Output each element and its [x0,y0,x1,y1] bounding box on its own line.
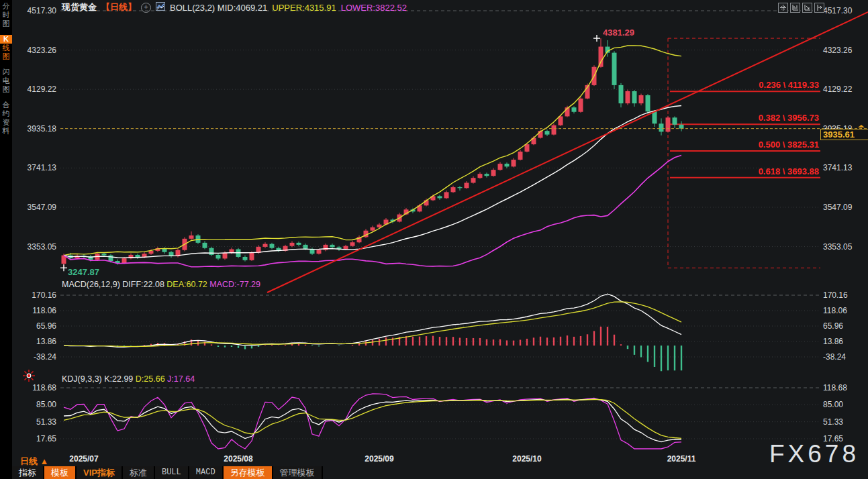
pane-right-icon[interactable] [814,3,824,13]
period-tag: 【日线】 [101,1,136,13]
footer-tab-5[interactable]: BULL [155,466,189,479]
sidebar-tab-1[interactable]: 分时图 [0,0,12,28]
watermark: FX678 [769,440,859,468]
macd-dea-value: DEA:60.72 [166,280,207,289]
price-axis-label-right: 3741.13 [823,163,852,172]
footer-tab-4[interactable]: 标准 [123,466,155,479]
macd-axis-label-right: -38.24 [823,352,846,362]
live-burst-icon [23,370,35,384]
last-price-box: 3935.61 [820,129,868,140]
axis-right-icon[interactable] [802,3,812,13]
footer-tab-3[interactable]: VIP指标 [77,466,123,479]
price-axis-label-right: 4517.30 [823,6,852,15]
left-sidebar: 分时图K线图闪电图合约资料 [0,0,12,479]
fib-level-label: 0.618 \ 3693.88 [669,166,819,176]
sidebar-tab-char: 电 [0,76,12,85]
sidebar-tab-char: 图 [0,85,12,94]
chart-window-controls [778,3,824,13]
sidebar-tab-char: 合 [0,101,12,109]
sidebar-tab-char: 时 [0,11,12,19]
macd-axis-label-right: 170.16 [823,290,848,300]
low-price-label: 3247.87 [68,267,99,277]
footer-tab-1[interactable]: 指标 [12,466,44,479]
sidebar-tab-char: K [0,35,12,44]
sidebar-tab-2[interactable]: K线图 [0,35,12,61]
macd-title: MACD(26,12,9) [62,280,120,289]
macd-axis-label-right: 65.96 [823,321,843,331]
macd-bar-value: MACD:-77.29 [209,280,260,289]
footer-tab-7[interactable]: 另存模板 [224,466,273,479]
kdj-panel-header: KDJ(9,3,3) K:22.99 D:25.66 J:17.64 [62,374,195,384]
trading-app-window: 分时图K线图闪电图合约资料 现货黄金 【日线】 + BOLL(23,2) MID… [0,0,868,479]
x-axis-month-label: 2025/09 [356,454,403,464]
macd-diff-value: DIFF:22.08 [122,280,164,289]
sidebar-tab-char: 资 [0,118,12,127]
kdj-axis-label-right: 51.33 [823,417,843,427]
high-price-label: 4381.29 [603,28,634,38]
kdj-d-value: D:25.66 [136,374,165,384]
footer-tab-8[interactable]: 管理模板 [273,466,323,479]
price-axis-label-right: 4323.26 [823,46,852,55]
sidebar-tab-3[interactable]: 闪电图 [0,68,12,94]
boll-lower-value: LOWER:3822.52 [341,3,407,13]
chart-style-icon[interactable] [156,2,165,13]
x-axis-month-label: 2025/11 [658,454,705,464]
sidebar-tab-char: 料 [0,127,12,136]
footer-tab-2[interactable]: 模板 [44,466,77,479]
macd-axis-label-right: 118.06 [823,306,847,315]
fib-level-label: 0.236 \ 4119.33 [669,80,819,90]
chart-canvas[interactable] [0,0,868,479]
axis-left-icon[interactable] [790,3,800,13]
price-axis-label-right: 3353.05 [823,242,852,252]
sidebar-tab-char: 图 [0,19,12,28]
x-axis-month-label: 2025/08 [215,454,262,464]
macd-panel-header: MACD(26,12,9) DIFF:22.08 DEA:60.72 MACD:… [62,280,260,289]
symbol-name: 现货黄金 [62,1,97,13]
price-axis-label-right: 4129.22 [823,85,852,94]
macd-axis-label-right: 13.86 [823,337,843,346]
sidebar-tab-4[interactable]: 合约资料 [0,101,12,136]
kdj-k-value: K:22.99 [104,374,133,384]
price-axis-label-right: 3547.09 [823,203,852,212]
boll-title: BOLL(23,2) MID:4069.21 [170,3,267,13]
sidebar-tab-char: 闪 [0,68,12,76]
sidebar-tab-char: 线 [0,44,12,52]
fib-level-label: 0.382 \ 3956.73 [669,113,819,123]
kdj-j-value: J:17.64 [167,374,195,384]
chart-header: 现货黄金 【日线】 + BOLL(23,2) MID:4069.21 UPPER… [62,2,407,13]
footer-tab-6[interactable]: MACD [189,466,224,479]
kdj-axis-label-right: 85.00 [823,400,843,409]
sidebar-tab-char: 图 [0,52,12,61]
sidebar-tab-char: 分 [0,2,12,11]
kdj-axis-label-right: 118.68 [823,383,847,392]
kdj-title: KDJ(9,3,3) [62,374,102,384]
sidebar-tab-char: 约 [0,109,12,118]
move-icon[interactable] [778,3,788,13]
fib-level-label: 0.500 \ 3825.31 [669,140,819,150]
boll-upper-value: UPPER:4315.91 [272,3,336,13]
x-axis-month-label: 2025/07 [60,454,107,464]
bottom-toolbar: 指标模板VIP指标标准BULLMACD另存模板管理模板 [12,466,323,479]
x-axis-month-label: 2025/10 [503,454,550,464]
circle-plus-icon[interactable]: + [141,3,151,13]
